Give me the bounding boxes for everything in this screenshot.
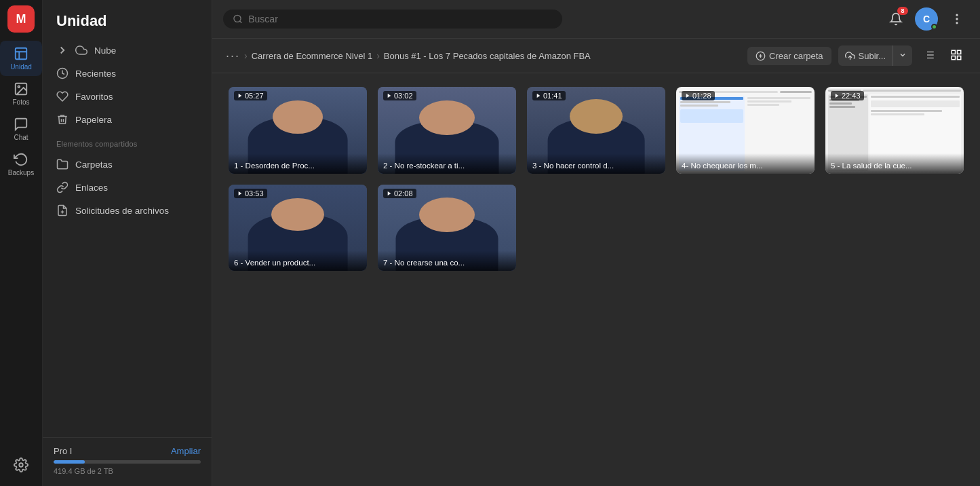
sidebar-storage-section: Pro I Ampliar 419.4 GB de 2 TB (43, 437, 212, 486)
video-thumb-5: 22:43 5 - La salud de la cue... (825, 87, 964, 174)
svg-marker-26 (239, 94, 242, 98)
trash-icon (56, 113, 68, 126)
breadcrumb-more[interactable]: ··· (226, 49, 240, 63)
video-thumb-2: 03:02 2 - No re-stockear a ti... (378, 87, 516, 174)
video-thumb-4: 01:28 4- No chequear los m... (676, 87, 815, 174)
svg-rect-24 (958, 56, 961, 59)
video-label-6: 6 - Vender un product... (229, 250, 367, 271)
list-view-button[interactable] (919, 46, 939, 66)
clock-icon (56, 67, 68, 79)
settings-icon (14, 457, 28, 472)
video-card-7[interactable]: 02:08 7 - No crearse una co... (378, 185, 516, 272)
svg-marker-31 (239, 191, 242, 195)
video-duration-1: 05:27 (234, 91, 267, 100)
sidebar-item-unidad[interactable]: Unidad (0, 41, 42, 76)
topbar-right: 8 C (884, 7, 969, 31)
svg-marker-28 (537, 94, 541, 98)
svg-rect-22 (952, 50, 955, 54)
user-avatar[interactable]: C (915, 7, 938, 31)
sidebar-nav-recientes[interactable]: Recientes (48, 62, 206, 84)
svg-rect-23 (958, 50, 961, 54)
chevron-down-icon (899, 51, 907, 59)
heart-icon (56, 90, 68, 102)
sidebar-nav-favoritos[interactable]: Favoritos (48, 86, 206, 107)
sidebar-item-fotos[interactable]: Fotos (0, 76, 42, 111)
video-card-3[interactable]: 01:41 3 - No hacer control d... (527, 87, 665, 174)
breadcrumb-bar: ··· › Carrera de Ecommerce Nivel 1 › Bon… (212, 39, 980, 73)
video-label-3: 3 - No hacer control d... (527, 153, 665, 174)
backups-icon (14, 152, 28, 167)
sidebar-item-chat[interactable]: Chat (0, 111, 42, 147)
video-duration-7: 02:08 (383, 189, 416, 198)
sidebar-nav-enlaces[interactable]: Enlaces (48, 176, 206, 198)
video-card-6[interactable]: 03:53 6 - Vender un product... (229, 185, 367, 272)
video-card-1[interactable]: 05:27 1 - Desorden de Proc... (229, 87, 367, 174)
list-view-icon (923, 49, 935, 61)
video-label-5: 5 - La salud de la cue... (825, 153, 964, 174)
create-folder-button[interactable]: Crear carpeta (747, 47, 831, 65)
upload-main-button[interactable]: Subir... (838, 47, 893, 65)
svg-point-9 (956, 14, 958, 16)
video-label-2: 2 - No re-stockear a ti... (378, 153, 516, 174)
notification-badge: 8 (897, 7, 908, 15)
sidebar-nav: Nube Recientes Favoritos Papelera (43, 37, 212, 133)
storage-progress-fill (54, 460, 85, 464)
search-input[interactable] (248, 14, 553, 24)
grid-view-icon (950, 49, 962, 61)
sidebar-item-backups[interactable]: Backups (0, 147, 42, 182)
plus-circle-icon (756, 51, 766, 61)
video-thumb-7: 02:08 7 - No crearse una co... (378, 185, 516, 272)
video-duration-2: 03:02 (383, 91, 416, 100)
icon-bar: M Unidad Fotos Chat Backups (0, 0, 43, 486)
svg-rect-0 (16, 48, 27, 60)
svg-point-10 (956, 18, 958, 20)
search-icon (233, 14, 243, 24)
upgrade-button[interactable]: Ampliar (171, 446, 201, 456)
breadcrumb-carrera[interactable]: Carrera de Ecommerce Nivel 1 (252, 51, 372, 61)
video-grid: 05:27 1 - Desorden de Proc... 03:02 (229, 87, 964, 271)
video-duration-6: 03:53 (234, 189, 267, 198)
more-menu-button[interactable] (945, 7, 969, 31)
upload-button-group: Subir... (838, 45, 912, 66)
content-area: 05:27 1 - Desorden de Proc... 03:02 (212, 73, 980, 486)
video-label-4: 4- No chequear los m... (676, 153, 815, 174)
video-card-2[interactable]: 03:02 2 - No re-stockear a ti... (378, 87, 516, 174)
sidebar: Unidad Nube Recientes Favoritos Papelera… (43, 0, 212, 486)
svg-marker-30 (836, 94, 839, 98)
svg-rect-25 (952, 56, 955, 59)
svg-point-3 (19, 463, 23, 467)
video-thumb-6: 03:53 6 - Vender un product... (229, 185, 367, 272)
shared-nav: Carpetas Enlaces Solicitudes de archivos (43, 151, 212, 224)
sidebar-nav-nube[interactable]: Nube (48, 39, 206, 61)
breadcrumb-bonus[interactable]: Bonus #1 - Los 7 Pecados capitales de Am… (384, 51, 591, 61)
video-card-5[interactable]: 22:43 5 - La salud de la cue... (825, 87, 964, 174)
video-duration-5: 22:43 (831, 91, 864, 100)
svg-marker-29 (686, 94, 690, 98)
chat-icon (14, 117, 28, 132)
search-box[interactable] (223, 10, 562, 29)
video-duration-4: 01:28 (682, 91, 715, 100)
svg-marker-32 (388, 191, 391, 195)
grid-view-button[interactable] (946, 46, 966, 66)
app-logo[interactable]: M (7, 5, 35, 33)
video-label-1: 1 - Desorden de Proc... (229, 153, 367, 174)
notifications-button[interactable]: 8 (884, 7, 908, 31)
icon-bar-bottom (11, 452, 31, 486)
video-card-4[interactable]: 01:28 4- No chequear los m... (676, 87, 815, 174)
breadcrumb-actions: Crear carpeta Subir... (747, 45, 966, 66)
sidebar-nav-carpetas[interactable]: Carpetas (48, 153, 206, 175)
storage-text: 419.4 GB de 2 TB (54, 467, 201, 475)
sidebar-nav-papelera[interactable]: Papelera (48, 109, 206, 130)
sidebar-nav-solicitudes[interactable]: Solicitudes de archivos (48, 200, 206, 221)
upload-icon (845, 51, 855, 61)
main-area: 8 C ··· › Carrera de Ecommerce Nivel 1 ›… (212, 0, 980, 486)
sidebar-title: Unidad (43, 0, 212, 37)
settings-button[interactable] (11, 452, 31, 478)
video-label-7: 7 - No crearse una co... (378, 250, 516, 271)
link-icon (56, 181, 68, 193)
breadcrumb-sep-1: › (244, 50, 248, 61)
chevron-right-icon (56, 44, 68, 56)
shared-section-label: Elementos compartidos (43, 133, 212, 151)
svg-point-11 (956, 22, 958, 24)
upload-dropdown-button[interactable] (893, 45, 912, 66)
